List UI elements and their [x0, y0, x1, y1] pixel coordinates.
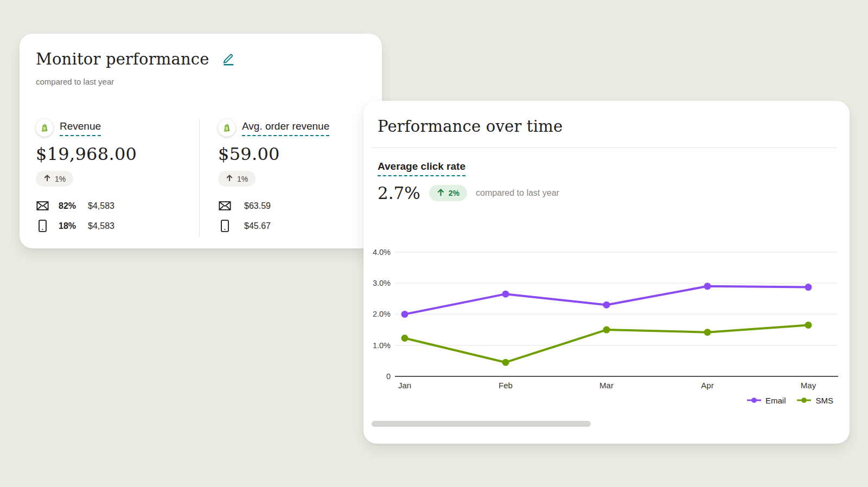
sms-phone-icon [218, 220, 231, 232]
horizontal-scrollbar-thumb[interactable] [372, 421, 591, 427]
channel-row-email: $63.59 [218, 201, 329, 211]
chart-legend: Email SMS [746, 396, 833, 405]
performance-card-title: Performance over time [378, 117, 563, 136]
svg-text:Mar: Mar [599, 381, 614, 390]
change-badge: 1% [36, 171, 73, 187]
average-click-rate-label[interactable]: Average click rate [378, 161, 465, 176]
divider [372, 148, 837, 148]
arrow-up-icon [437, 188, 445, 198]
email-revenue: $4,583 [88, 201, 114, 211]
click-rate-line-chart[interactable]: 4.0%3.0%2.0%1.0%0JanFebMarAprMay [370, 236, 841, 391]
svg-text:Apr: Apr [701, 381, 713, 390]
metrics-row: S Revenue $19,968.00 1% [36, 119, 382, 238]
monitor-card-title: Monitor performance [36, 50, 209, 68]
arrow-up-icon [43, 174, 51, 183]
metric-value-revenue: $19,968.00 [36, 144, 188, 164]
shopify-icon: S [36, 119, 53, 137]
svg-text:0: 0 [386, 372, 391, 381]
svg-text:Feb: Feb [499, 381, 513, 390]
channel-row-email: 82% $4,583 [36, 201, 188, 211]
svg-text:3.0%: 3.0% [373, 279, 391, 287]
edit-button[interactable] [220, 51, 237, 67]
svg-text:2.0%: 2.0% [373, 310, 391, 318]
metric-avg-order-revenue: S Avg. order revenue $59.00 1% [199, 119, 329, 238]
metric-revenue: S Revenue $19,968.00 1% [36, 119, 199, 238]
email-series-marker-icon [746, 396, 762, 405]
average-click-rate-value: 2.7% [378, 183, 420, 203]
change-value: 1% [237, 175, 248, 183]
metric-value-avg-order-revenue: $59.00 [218, 144, 329, 164]
monitor-card-subtitle: compared to last year [36, 77, 114, 86]
change-value: 1% [55, 175, 66, 183]
change-badge: 1% [218, 171, 256, 187]
dashboard-canvas: Monitor performance compared to last yea… [0, 0, 868, 487]
arrow-up-icon [226, 174, 233, 183]
comparison-label: compared to last year [476, 188, 559, 198]
channel-row-sms: 18% $4,583 [36, 220, 188, 232]
legend-label: Email [765, 396, 786, 405]
legend-label: SMS [815, 396, 833, 405]
monitor-performance-card: Monitor performance compared to last yea… [20, 34, 382, 248]
svg-text:May: May [801, 381, 816, 390]
email-share: 82% [59, 201, 84, 211]
channel-row-sms: $45.67 [218, 220, 329, 232]
legend-item-email[interactable]: Email [746, 396, 786, 405]
pencil-icon [221, 52, 235, 67]
performance-over-time-card: Performance over time Average click rate… [363, 101, 850, 444]
legend-item-sms[interactable]: SMS [796, 396, 833, 405]
sms-avg-order: $45.67 [244, 221, 271, 231]
change-value: 2% [449, 189, 459, 197]
change-badge-positive: 2% [429, 185, 467, 201]
svg-text:4.0%: 4.0% [373, 248, 391, 257]
sms-revenue: $4,583 [88, 221, 114, 231]
email-avg-order: $63.59 [244, 201, 271, 211]
email-icon [36, 201, 49, 211]
shopify-icon: S [218, 119, 235, 137]
svg-text:Jan: Jan [398, 381, 411, 390]
email-icon [218, 201, 231, 211]
metric-label-revenue[interactable]: Revenue [60, 120, 101, 136]
metric-label-avg-order-revenue[interactable]: Avg. order revenue [242, 120, 329, 136]
sms-share: 18% [59, 221, 84, 231]
sms-phone-icon [36, 220, 49, 232]
svg-text:1.0%: 1.0% [373, 341, 391, 350]
sms-series-marker-icon [796, 396, 812, 405]
